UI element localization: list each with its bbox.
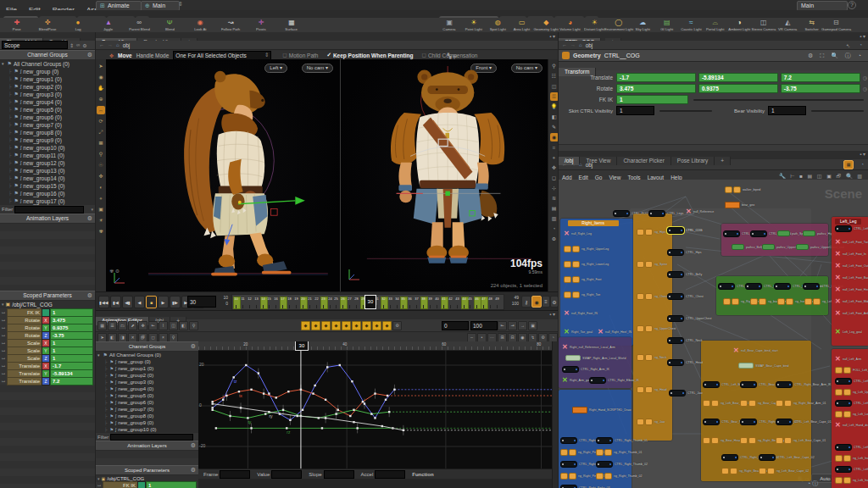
gear-icon[interactable]: ⚙ [191, 342, 196, 351]
network-group-right-hand[interactable]: Right_Hand_SCRIPTED_DrawCTRL_Right_Pinky… [559, 390, 632, 488]
keyframe-point[interactable] [321, 427, 323, 429]
param-value-field[interactable]: -3.75 [781, 84, 860, 93]
keyframe-preset-5[interactable]: ◆ [352, 321, 361, 330]
viewport-tool-icon-15[interactable]: ✾ [97, 227, 105, 236]
gear-icon[interactable]: ⚙ [82, 42, 86, 48]
network-node-CTRL_COG[interactable]: CTRL_COG [667, 227, 709, 233]
back-icon[interactable]: ← [562, 162, 567, 167]
keyframe-point[interactable] [289, 419, 291, 421]
shelf-tool-sky-light[interactable]: ☁Sky Light [631, 18, 655, 32]
gear-icon[interactable]: ⚙ [191, 441, 196, 450]
keyframe-point[interactable] [388, 411, 390, 413]
channel-group-item-17[interactable]: ├⚑ʃnew_group17 (0) [0, 197, 95, 205]
keyframe-point[interactable] [326, 366, 328, 368]
keyframe-point[interactable] [275, 396, 277, 398]
network-node-rig_Right_Thumb_02[interactable]: rig_Right_Thumb_02 [596, 473, 654, 479]
tab-Character-Picker[interactable]: Character Picker [617, 157, 670, 165]
keyframe-preset-0[interactable]: ◆ [301, 321, 310, 330]
footer-field-accel[interactable] [375, 470, 405, 479]
keyframe-point[interactable] [370, 413, 372, 414]
keyframe-point[interactable] [339, 364, 341, 366]
filter-input[interactable] [14, 206, 84, 214]
param-value-field[interactable]: -1.7 [616, 73, 696, 82]
network-node-rig_Left_LowerArm[interactable]: rig_Left_LowerArm [835, 411, 868, 417]
viewport-tool-icon-0[interactable]: ➤ [97, 62, 105, 70]
keyframe-preset-6[interactable]: ◆ [362, 321, 371, 330]
ae-tool-icon-7[interactable]: ◫ [169, 321, 178, 330]
gear-icon[interactable]: ⚙ [87, 291, 92, 300]
channel-group-item-3[interactable]: ├⚑ʃnew_group3 (0) [0, 91, 95, 98]
shelf-tool-stereo-camera[interactable]: ◫Stereo Camera [752, 18, 776, 32]
scope-arrow-icon[interactable]: ↦ [96, 483, 103, 488]
keyframe-point[interactable] [250, 389, 252, 391]
network-group-Right_Items[interactable]: Right_Items✕null_Right_Legrig_Right_Uppe… [560, 219, 633, 346]
network-node-CTRL_UpperChest[interactable]: CTRL_UpperChest [667, 315, 722, 321]
pane-menu-icon[interactable]: ▪ ▾ [860, 33, 865, 39]
viewport-tool-icon-8[interactable]: ⚲ [97, 150, 105, 158]
keyframe-point[interactable] [325, 399, 326, 401]
keyframe-point[interactable] [211, 409, 213, 411]
keyframe-point[interactable] [381, 425, 383, 427]
status-corner-icons[interactable]: ◔ ⓘ [807, 480, 818, 488]
scope-arrows-icon[interactable]: ⇕ [70, 42, 74, 48]
shelf-tool-blend[interactable]: ΨBlend [154, 18, 185, 32]
ae-edit-icon-7[interactable]: ⚲ [169, 333, 178, 342]
gear-icon[interactable]: ⚙ [87, 51, 92, 59]
network-node-rig_Head[interactable]: rig_Head [637, 386, 671, 392]
display-option-icon-13[interactable]: ≋ [550, 194, 559, 202]
keyframe-clock-icon[interactable]: ◷ [863, 75, 867, 80]
keyframe-point[interactable] [258, 372, 259, 374]
network-node-rig_Right_Thumb_01[interactable]: rig_Right_Thumb_01 [596, 449, 654, 455]
shelf-tool-pose[interactable]: ✚Pose [2, 18, 32, 32]
network-node-null_Left_Foot_Mid[interactable]: ✕null_Left_Foot_Mid [835, 298, 868, 304]
network-node-null_Left_Foot_Back[interactable]: ✕null_Left_Foot_Back [835, 274, 868, 280]
network-node-CTRL_Left_Leg[interactable]: CTRL_Left_Leg [835, 225, 868, 231]
display-option-icon-11[interactable]: ◻ [550, 174, 559, 182]
pane-menu-icon[interactable]: ▪ ▾ [549, 33, 555, 39]
ae-edit-icon-6[interactable]: × [159, 333, 168, 342]
gear-icon[interactable]: ⚙ [87, 214, 92, 223]
param-value-field[interactable]: 3.475 [616, 84, 696, 93]
snapshot-icon[interactable]: ✾ ⚙ [109, 268, 120, 274]
ae-edit-icon-0[interactable]: ➤ [97, 333, 107, 342]
ae-filter-input[interactable] [110, 434, 193, 441]
param-value[interactable]: 7.2 [50, 377, 93, 385]
network-node-rig_Spine[interactable]: rig_Spine [637, 261, 672, 267]
keyframe-point[interactable] [364, 402, 365, 404]
network-node-rig_Left_UpperArm[interactable]: rig_Left_UpperArm [835, 389, 868, 395]
display-option-icon-6[interactable]: ✎ [550, 123, 559, 131]
ae-nav-icon-2[interactable]: → [518, 321, 527, 330]
display-option-icon-14[interactable]: ▤ [550, 204, 559, 213]
net-tab-plus[interactable]: + [715, 157, 731, 165]
keyframe-point[interactable] [233, 376, 235, 378]
network-node-walker_biped[interactable]: walker_biped [725, 186, 767, 192]
channel-group-item-16[interactable]: ├⚑ʃnew_group16 (0) [0, 190, 95, 197]
keyframe-point[interactable] [353, 409, 354, 411]
ae-view-icon-3[interactable]: ⊞ [498, 333, 507, 342]
ae-scoped-param-0[interactable]: ↦FK IK1 [96, 482, 198, 488]
network-node-SWAP_Right_Arm_Local_World[interactable]: SWAP_Right_Arm_Local_World [565, 355, 643, 361]
ae-tool-icon-6[interactable]: I [159, 321, 168, 330]
scope-arrow-icon[interactable]: ↦ [0, 341, 7, 346]
ae-view-icon-0[interactable]: ┄ [467, 333, 476, 342]
network-node-Right_Toe_goal[interactable]: ✕Right_Toe_goal [564, 329, 600, 335]
channel-group-item-4[interactable]: ├⚑ʃnew_group4 (0) [0, 98, 95, 106]
shelf-tool-point-light[interactable]: ☀Point Light [462, 18, 487, 32]
network-node-CTRL_Left_Shoulder[interactable]: CTRL_Left_Shoulder [835, 378, 868, 384]
channel-group-item-2[interactable]: ├⚑ʃnew_group2 (0) [0, 83, 95, 91]
network-node-bear_geo[interactable]: bear_geo [725, 202, 760, 208]
tab-Pose-Library[interactable]: Pose Library [671, 157, 715, 165]
network-node-CTRL_Right_Arm_IK[interactable]: CTRL_Right_Arm_IK [562, 366, 620, 372]
graph-playhead-label[interactable]: 30 [295, 341, 309, 351]
shelf-tool-ambient-light[interactable]: ◑Ambient Light [727, 18, 752, 32]
shelf-tool-portal-light[interactable]: ⌓Portal Light [704, 18, 728, 32]
param-header-icons[interactable]: ⚙ ⛶ 🔍 ⓘ ◔ [808, 52, 864, 60]
keyframe-point[interactable] [353, 421, 354, 423]
display-option-icon-17[interactable]: ⚙ [550, 235, 559, 243]
keyframe-point[interactable] [297, 415, 298, 417]
display-option-icon-5[interactable]: ◧ [550, 113, 559, 121]
channel-group-item-1[interactable]: ├⚑ʃnew_group1 (0) [0, 75, 95, 83]
display-option-icon-8[interactable]: ⌗ [550, 143, 559, 152]
ae-nav-icon-0[interactable]: ⇤ [498, 321, 507, 330]
keyframe-point[interactable] [211, 401, 213, 402]
